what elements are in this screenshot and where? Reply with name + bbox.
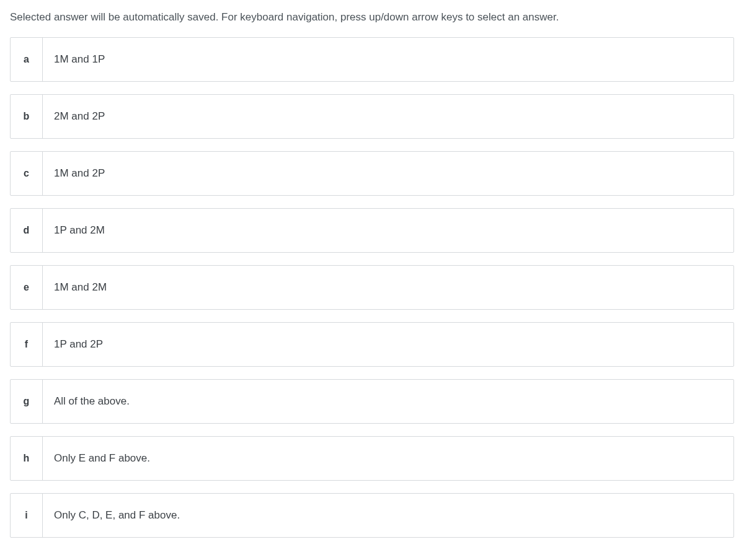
option-text: Only E and F above. xyxy=(43,437,733,480)
options-list: a 1M and 1P b 2M and 2P c 1M and 2P d 1P… xyxy=(10,37,734,538)
option-letter: f xyxy=(11,323,43,366)
option-h[interactable]: h Only E and F above. xyxy=(10,436,734,481)
option-text: All of the above. xyxy=(43,380,733,423)
option-b[interactable]: b 2M and 2P xyxy=(10,94,734,139)
option-d[interactable]: d 1P and 2M xyxy=(10,208,734,253)
option-text: 2M and 2P xyxy=(43,95,733,138)
option-text: 1M and 1P xyxy=(43,38,733,81)
option-c[interactable]: c 1M and 2P xyxy=(10,151,734,196)
option-letter: h xyxy=(11,437,43,480)
option-letter: e xyxy=(11,266,43,309)
option-text: 1P and 2M xyxy=(43,209,733,252)
option-letter: b xyxy=(11,95,43,138)
option-text: 1M and 2M xyxy=(43,266,733,309)
option-a[interactable]: a 1M and 1P xyxy=(10,37,734,82)
option-text: 1P and 2P xyxy=(43,323,733,366)
option-text: 1M and 2P xyxy=(43,152,733,195)
option-i[interactable]: i Only C, D, E, and F above. xyxy=(10,493,734,538)
instruction-text: Selected answer will be automatically sa… xyxy=(10,10,734,25)
option-g[interactable]: g All of the above. xyxy=(10,379,734,424)
option-e[interactable]: e 1M and 2M xyxy=(10,265,734,310)
option-f[interactable]: f 1P and 2P xyxy=(10,322,734,367)
option-letter: g xyxy=(11,380,43,423)
option-text: Only C, D, E, and F above. xyxy=(43,494,733,537)
option-letter: a xyxy=(11,38,43,81)
option-letter: i xyxy=(11,494,43,537)
option-letter: d xyxy=(11,209,43,252)
option-letter: c xyxy=(11,152,43,195)
